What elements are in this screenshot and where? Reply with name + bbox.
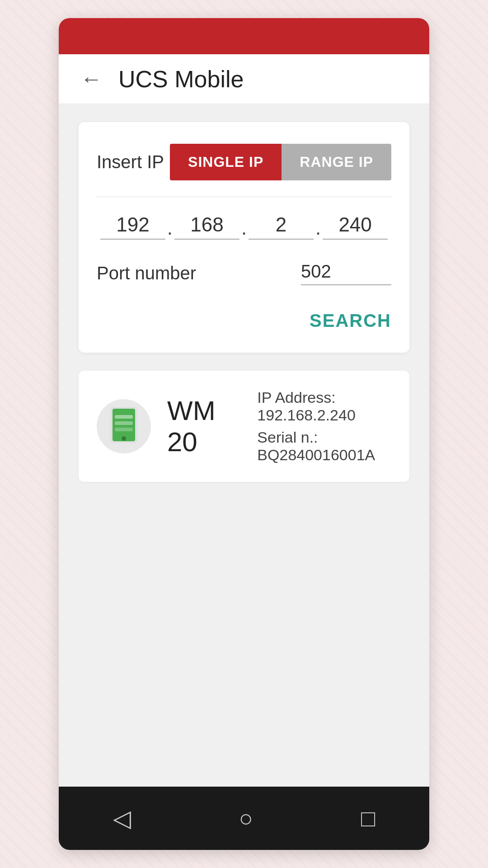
nav-home-icon: ○	[239, 805, 253, 832]
search-card: Insert IP SINGLE IP RANGE IP . .	[79, 122, 409, 353]
device-info: IP Address: 192.168.2.240 Serial n.: BQ2…	[257, 389, 391, 464]
divider	[97, 197, 391, 197]
main-content: Insert IP SINGLE IP RANGE IP . .	[59, 104, 429, 787]
ip-octet-1-wrapper	[100, 213, 165, 240]
nav-back-button[interactable]: ◁	[86, 797, 158, 839]
top-bar: ← UCS Mobile	[59, 54, 429, 104]
port-input-wrapper	[301, 261, 391, 285]
device-serial: Serial n.: BQ2840016001A	[257, 429, 391, 464]
svg-point-5	[122, 436, 126, 441]
ip-toggle: SINGLE IP RANGE IP	[170, 144, 391, 180]
nav-home-button[interactable]: ○	[212, 797, 280, 839]
bottom-nav: ◁ ○ □	[59, 787, 429, 850]
device-ip-address: IP Address: 192.168.2.240	[257, 389, 391, 424]
ip-octet-3-input[interactable]	[249, 213, 314, 240]
nav-recents-button[interactable]: □	[334, 797, 402, 839]
ip-dot-1: .	[165, 218, 174, 240]
range-ip-button[interactable]: RANGE IP	[282, 144, 391, 180]
device-icon	[108, 407, 140, 446]
device-name: WM 20	[167, 395, 230, 458]
ip-octet-4-input[interactable]	[323, 213, 388, 240]
ip-octet-3-wrapper	[249, 213, 314, 240]
device-icon-wrapper	[97, 399, 151, 453]
phone-frame: ← UCS Mobile Insert IP SINGLE IP RANGE I…	[59, 18, 429, 850]
search-btn-row: SEARCH	[97, 307, 391, 335]
app-title: UCS Mobile	[118, 66, 244, 93]
svg-rect-2	[115, 415, 133, 419]
single-ip-button[interactable]: SINGLE IP	[170, 144, 282, 180]
port-label: Port number	[97, 263, 301, 283]
port-row: Port number	[97, 261, 391, 285]
result-item[interactable]: WM 20 IP Address: 192.168.2.240 Serial n…	[79, 371, 409, 482]
ip-dot-3: .	[314, 218, 323, 240]
back-button[interactable]: ←	[80, 68, 102, 90]
port-input[interactable]	[301, 261, 391, 285]
svg-rect-3	[115, 421, 133, 425]
insert-ip-row: Insert IP SINGLE IP RANGE IP	[97, 144, 391, 180]
insert-ip-label: Insert IP	[97, 152, 164, 172]
search-button[interactable]: SEARCH	[310, 307, 391, 335]
status-bar	[59, 18, 429, 54]
ip-octet-2-wrapper	[174, 213, 239, 240]
ip-octet-2-input[interactable]	[174, 213, 239, 240]
nav-recents-icon: □	[361, 805, 375, 832]
nav-back-icon: ◁	[113, 805, 131, 832]
ip-octet-1-input[interactable]	[100, 213, 165, 240]
ip-dot-2: .	[239, 218, 249, 240]
ip-fields-row: . . .	[97, 213, 391, 240]
svg-rect-4	[115, 428, 133, 431]
ip-octet-4-wrapper	[323, 213, 388, 240]
